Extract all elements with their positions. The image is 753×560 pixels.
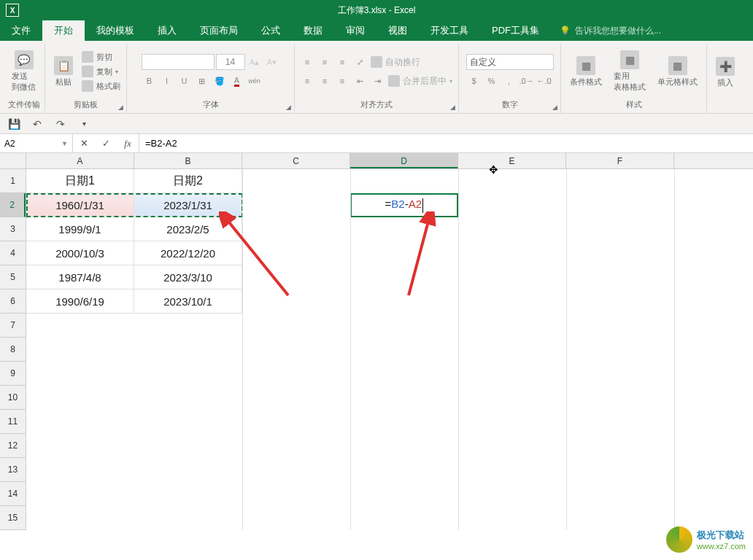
redo-button[interactable]: ↷ xyxy=(53,116,69,132)
cell-B1[interactable]: 日期2 xyxy=(134,169,242,193)
cell-A3[interactable]: 1999/9/1 xyxy=(26,217,134,241)
increase-indent-button[interactable]: ⇥ xyxy=(369,73,385,89)
cell-B6[interactable]: 2023/10/1 xyxy=(134,289,242,314)
copy-button[interactable]: 复制▾ xyxy=(80,65,122,78)
cell-A5[interactable]: 1987/4/8 xyxy=(26,265,134,289)
cell-A2[interactable]: 1960/1/31 xyxy=(26,193,134,217)
cell-styles-button[interactable]: ▦单元格样式 xyxy=(653,55,702,89)
col-header-D[interactable]: D xyxy=(350,153,458,168)
align-bottom-button[interactable]: ≡ xyxy=(334,54,350,70)
cell-A4[interactable]: 2000/10/3 xyxy=(26,241,134,265)
wrap-icon xyxy=(371,56,382,68)
cell-B5[interactable]: 2023/3/10 xyxy=(134,265,242,289)
comma-button[interactable]: , xyxy=(501,73,517,89)
tell-me-placeholder: 告诉我您想要做什么... xyxy=(575,25,661,37)
format-painter-button[interactable]: 格式刷 xyxy=(80,79,122,93)
qat-customize-button[interactable]: ▾ xyxy=(76,116,92,132)
confirm-formula-button[interactable]: ✓ xyxy=(95,138,117,149)
name-box[interactable]: A2 ▼ xyxy=(0,134,73,152)
underline-button[interactable]: U xyxy=(177,73,193,89)
row-header-13[interactable]: 13 xyxy=(0,458,26,482)
row-header-5[interactable]: 5 xyxy=(0,265,26,289)
orientation-button[interactable]: ⤢ xyxy=(352,54,368,70)
cut-button[interactable]: 剪切 xyxy=(80,50,122,63)
tab-file[interactable]: 文件 xyxy=(0,20,42,41)
row-header-14[interactable]: 14 xyxy=(0,482,26,506)
tab-formulas[interactable]: 公式 xyxy=(250,20,292,41)
tab-developer[interactable]: 开发工具 xyxy=(419,20,480,41)
tab-home[interactable]: 开始 xyxy=(42,20,85,41)
alignment-launcher[interactable]: ◢ xyxy=(448,103,457,112)
font-family-select[interactable] xyxy=(142,54,215,70)
merge-center-button[interactable]: 合并后居中▾ xyxy=(387,74,454,88)
percent-button[interactable]: % xyxy=(484,73,500,89)
decrease-decimal-button[interactable]: ←.0 xyxy=(536,73,552,89)
save-button[interactable]: 💾 xyxy=(6,116,22,132)
clipboard-launcher[interactable]: ◢ xyxy=(116,103,125,112)
italic-button[interactable]: I xyxy=(159,73,175,89)
col-header-B[interactable]: B xyxy=(134,153,242,168)
row-header-15[interactable]: 15 xyxy=(0,506,26,530)
align-center-button[interactable]: ≡ xyxy=(317,73,333,89)
tab-pdf[interactable]: PDF工具集 xyxy=(480,20,551,41)
col-header-E[interactable]: E xyxy=(458,153,566,168)
align-middle-button[interactable]: ≡ xyxy=(317,54,333,70)
col-header-A[interactable]: A xyxy=(26,153,134,168)
increase-font-button[interactable]: A▴ xyxy=(247,54,263,70)
border-button[interactable]: ⊞ xyxy=(194,73,210,89)
cell-A6[interactable]: 1990/6/19 xyxy=(26,289,134,314)
align-left-button[interactable]: ≡ xyxy=(299,73,315,89)
increase-decimal-button[interactable]: .0→ xyxy=(519,73,535,89)
font-launcher[interactable]: ◢ xyxy=(284,103,293,112)
row-header-6[interactable]: 6 xyxy=(0,289,26,314)
cancel-formula-button[interactable]: ✕ xyxy=(73,138,95,149)
tab-layout[interactable]: 页面布局 xyxy=(188,20,250,41)
row-header-3[interactable]: 3 xyxy=(0,217,26,241)
align-top-button[interactable]: ≡ xyxy=(299,54,315,70)
number-launcher[interactable]: ◢ xyxy=(550,103,559,112)
bold-button[interactable]: B xyxy=(142,73,158,89)
wrap-text-button[interactable]: 自动换行 xyxy=(369,55,422,69)
row-header-1[interactable]: 1 xyxy=(0,169,26,193)
tab-data[interactable]: 数据 xyxy=(292,20,334,41)
undo-button[interactable]: ↶ xyxy=(29,116,45,132)
tab-insert[interactable]: 插入 xyxy=(146,20,188,41)
row-header-4[interactable]: 4 xyxy=(0,241,26,265)
send-to-wechat-button[interactable]: 💬 发送 到微信 xyxy=(7,49,40,94)
tab-templates[interactable]: 我的模板 xyxy=(85,20,146,41)
phonetic-button[interactable]: wén xyxy=(247,73,263,89)
tab-review[interactable]: 审阅 xyxy=(334,20,376,41)
row-header-2[interactable]: 2 xyxy=(0,193,26,217)
font-size-select[interactable] xyxy=(216,54,245,70)
insert-function-button[interactable]: fx xyxy=(117,138,139,149)
number-format-select[interactable] xyxy=(466,54,554,70)
cell-B3[interactable]: 2023/2/5 xyxy=(134,217,242,241)
select-all-corner[interactable] xyxy=(0,153,26,169)
cell-D2-active[interactable]: =B2-A2 xyxy=(350,193,458,217)
row-header-7[interactable]: 7 xyxy=(0,314,26,338)
row-header-12[interactable]: 12 xyxy=(0,434,26,458)
row-headers: 1 2 3 4 5 6 7 8 9 10 11 12 13 14 15 xyxy=(0,169,26,530)
row-header-9[interactable]: 9 xyxy=(0,362,26,386)
conditional-format-button[interactable]: ▦条件格式 xyxy=(565,55,606,89)
col-header-F[interactable]: F xyxy=(566,153,674,168)
font-color-button[interactable]: A xyxy=(229,73,245,89)
paste-button[interactable]: 📋 粘贴 xyxy=(50,55,77,89)
cell-B4[interactable]: 2022/12/20 xyxy=(134,241,242,265)
tab-view[interactable]: 视图 xyxy=(376,20,419,41)
col-header-C[interactable]: C xyxy=(242,153,350,168)
row-header-8[interactable]: 8 xyxy=(0,338,26,362)
cell-B2[interactable]: 2023/1/31 xyxy=(134,193,242,217)
cell-A1[interactable]: 日期1 xyxy=(26,169,134,193)
align-right-button[interactable]: ≡ xyxy=(334,73,350,89)
fill-color-button[interactable]: 🪣 xyxy=(212,73,228,89)
currency-button[interactable]: $ xyxy=(466,73,482,89)
tell-me-search[interactable]: 💡 告诉我您想要做什么... xyxy=(551,20,661,41)
row-header-11[interactable]: 11 xyxy=(0,410,26,434)
formula-input[interactable]: =B2-A2 xyxy=(139,134,753,152)
decrease-indent-button[interactable]: ⇤ xyxy=(352,73,368,89)
row-header-10[interactable]: 10 xyxy=(0,386,26,410)
format-as-table-button[interactable]: ▦套用 表格格式 xyxy=(609,49,650,94)
insert-cells-button[interactable]: ➕插入 xyxy=(711,55,739,90)
decrease-font-button[interactable]: A▾ xyxy=(264,54,280,70)
